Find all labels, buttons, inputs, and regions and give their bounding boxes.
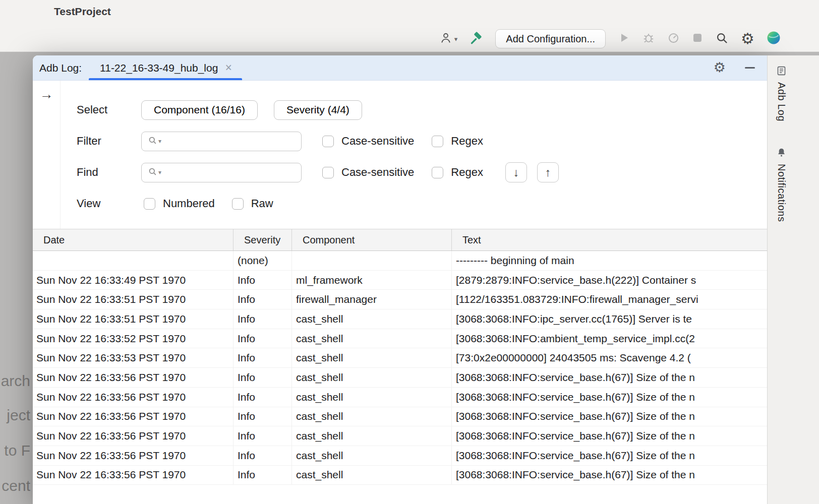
table-row[interactable]: Sun Nov 22 16:33:51 PST 1970 Info firewa… [33, 290, 767, 309]
find-case-sensitive-checkbox[interactable]: Case-sensitive [322, 166, 414, 179]
component-filter-button[interactable]: Component (16/16) [141, 100, 258, 120]
table-row[interactable]: Sun Nov 22 16:33:56 PST 1970 Info cast_s… [33, 466, 767, 485]
find-regex-checkbox[interactable]: Regex [432, 166, 483, 179]
background-text-fragment: ject [0, 407, 30, 424]
cell-text: [3068:3068:INFO:service_base.h(67)] Size… [451, 466, 767, 485]
filter-case-sensitive-checkbox[interactable]: Case-sensitive [322, 135, 414, 148]
assistant-button[interactable] [767, 31, 781, 47]
find-previous-button[interactable]: ↑ [537, 162, 559, 182]
column-header-severity[interactable]: Severity [233, 229, 291, 250]
cell-severity: Info [233, 426, 291, 446]
column-header-component[interactable]: Component [291, 229, 451, 250]
checkbox-icon [322, 167, 334, 178]
table-row[interactable]: (none) --------- beginning of main [33, 251, 767, 271]
cell-severity: Info [233, 329, 291, 348]
regex-label: Regex [451, 135, 483, 148]
cell-severity: Info [233, 446, 291, 465]
table-row[interactable]: Sun Nov 22 16:33:52 PST 1970 Info cast_s… [33, 329, 767, 349]
table-row[interactable]: Sun Nov 22 16:33:53 PST 1970 Info cast_s… [33, 348, 767, 368]
debug-button[interactable] [642, 31, 655, 46]
background-text-fragment: to F [0, 442, 30, 459]
add-configuration-button[interactable]: Add Configuration... [495, 29, 606, 48]
cell-text: [73:0x2e00000000] 24043505 ms: Scavenge … [451, 348, 767, 367]
cell-component: cast_shell [291, 466, 451, 485]
cell-text: [3068:3068:INFO:service_base.h(67)] Size… [451, 368, 767, 387]
numbered-checkbox[interactable]: Numbered [144, 197, 215, 210]
find-next-button[interactable]: ↓ [505, 162, 527, 182]
tool-window-strip: Adb Log Notifications [767, 55, 819, 504]
cell-date: Sun Nov 22 16:33:52 PST 1970 [33, 329, 233, 348]
cell-text: [3068:3068:INFO:service_base.h(67)] Size… [451, 426, 767, 446]
bell-icon [776, 147, 787, 160]
find-row: Find ▾ Case-sensitive Regex ↓ [61, 162, 767, 182]
filter-label: Filter [61, 135, 141, 148]
cell-component: cast_shell [291, 309, 451, 329]
checkbox-icon [322, 136, 334, 147]
side-tab-notifications[interactable]: Notifications [771, 147, 791, 222]
cell-component [291, 251, 451, 270]
run-button[interactable] [618, 32, 630, 46]
cell-date: Sun Nov 22 16:33:51 PST 1970 [33, 309, 233, 329]
regex-label: Regex [451, 166, 483, 179]
profiler-icon [667, 32, 680, 46]
user-menu-button[interactable]: ▾ [439, 31, 458, 46]
gear-icon: ⚙ [741, 31, 754, 46]
table-row[interactable]: Sun Nov 22 16:33:56 PST 1970 Info cast_s… [33, 407, 767, 427]
debug-bug-icon [642, 31, 655, 46]
build-button[interactable] [470, 31, 483, 47]
background-text-fragment: arch [0, 372, 30, 390]
find-search-box: ▾ [141, 163, 302, 182]
cell-severity: Info [233, 348, 291, 367]
adb-log-header: Adb Log: 11-22_16-33-49_hub_log × ⚙ [33, 55, 767, 81]
cell-severity: Info [233, 407, 291, 426]
collapse-arrow-icon[interactable]: → [40, 87, 53, 102]
log-file-tab[interactable]: 11-22_16-33-49_hub_log × [89, 55, 242, 80]
cell-severity: Info [233, 388, 291, 407]
checkbox-icon [232, 198, 244, 210]
table-row[interactable]: Sun Nov 22 16:33:49 PST 1970 Info ml_fra… [33, 271, 767, 290]
side-tab-label: Adb Log [776, 82, 787, 121]
table-row[interactable]: Sun Nov 22 16:33:51 PST 1970 Info cast_s… [33, 309, 767, 329]
minimize-icon[interactable] [745, 67, 755, 69]
find-input[interactable] [161, 163, 301, 182]
cell-text: [3068:3068:INFO:ambient_temp_service_imp… [451, 329, 767, 348]
panel-title: Adb Log: [39, 62, 82, 74]
filter-regex-checkbox[interactable]: Regex [432, 135, 483, 148]
table-row[interactable]: Sun Nov 22 16:33:56 PST 1970 Info cast_s… [33, 426, 767, 446]
adb-log-window: Adb Log: 11-22_16-33-49_hub_log × ⚙ → Se… [33, 55, 767, 504]
screen: { "window": { "title": "TestProject" }, … [0, 0, 819, 504]
stop-button[interactable] [692, 32, 703, 45]
side-tab-adb-log[interactable]: Adb Log [771, 66, 791, 121]
cell-date: Sun Nov 22 16:33:49 PST 1970 [33, 271, 233, 290]
raw-checkbox[interactable]: Raw [232, 197, 273, 210]
profiler-button[interactable] [667, 32, 680, 46]
case-sensitive-label: Case-sensitive [341, 135, 414, 148]
cell-text: [3068:3068:INFO:service_base.h(67)] Size… [451, 407, 767, 426]
cell-component: cast_shell [291, 368, 451, 387]
settings-button[interactable]: ⚙ [741, 31, 754, 46]
cell-date: Sun Nov 22 16:33:56 PST 1970 [33, 466, 233, 485]
filter-rows: Select Component (16/16) Severity (4/4) … [61, 81, 767, 229]
column-header-text[interactable]: Text [451, 229, 767, 250]
panel-settings-gear-icon[interactable]: ⚙ [714, 61, 726, 75]
log-tab-label: 11-22_16-33-49_hub_log [100, 62, 218, 74]
table-row[interactable]: Sun Nov 22 16:33:56 PST 1970 Info cast_s… [33, 368, 767, 388]
column-header-date[interactable]: Date [33, 229, 233, 250]
log-table-body: (none) --------- beginning of main Sun N… [33, 251, 767, 504]
close-icon[interactable]: × [225, 62, 231, 74]
arrow-up-icon: ↑ [545, 166, 551, 179]
side-tab-label: Notifications [776, 164, 787, 222]
numbered-label: Numbered [163, 197, 215, 210]
chevron-down-icon: ▾ [454, 35, 458, 43]
select-label: Select [61, 103, 141, 116]
severity-filter-button[interactable]: Severity (4/4) [274, 100, 362, 120]
search-everywhere-button[interactable] [715, 31, 729, 47]
cell-date: Sun Nov 22 16:33:56 PST 1970 [33, 426, 233, 446]
filter-input[interactable] [161, 132, 301, 151]
table-row[interactable]: Sun Nov 22 16:33:56 PST 1970 Info cast_s… [33, 446, 767, 466]
table-row[interactable]: Sun Nov 22 16:33:56 PST 1970 Info cast_s… [33, 388, 767, 407]
arrow-down-icon: ↓ [513, 166, 519, 179]
find-label: Find [61, 166, 141, 179]
filter-row: Filter ▾ Case-sensitive Regex [61, 131, 767, 151]
cell-text: [3068:3068:INFO:ipc_server.cc(1765)] Ser… [451, 309, 767, 329]
